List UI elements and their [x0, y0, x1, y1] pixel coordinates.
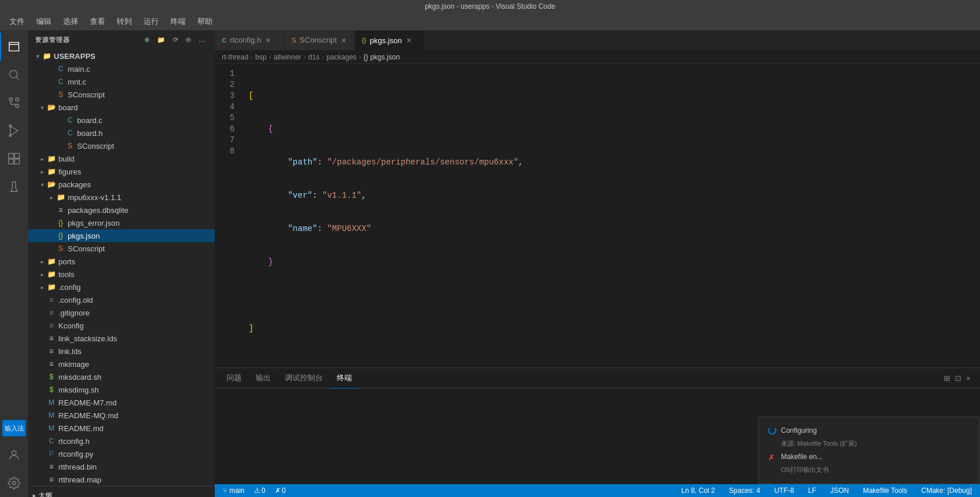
- status-spaces[interactable]: Spaces: 4: [726, 484, 763, 497]
- status-eol[interactable]: LF: [804, 484, 819, 497]
- status-language[interactable]: JSON: [826, 484, 852, 497]
- folder-mpu6xxx[interactable]: ▸ 📁 mpu6xxx-v1.1.1: [28, 191, 215, 204]
- ime-badge[interactable]: 输入法: [2, 420, 26, 436]
- file-readme-mq[interactable]: ▸ M README-MQ.md: [28, 409, 215, 422]
- explorer-activity-icon[interactable]: [0, 33, 28, 61]
- menu-item-选择[interactable]: 选择: [58, 15, 83, 28]
- md-icon: M: [47, 398, 56, 407]
- root-folder[interactable]: ▾ 📁 USERAPPS: [28, 50, 215, 62]
- status-encoding[interactable]: UTF-8: [770, 484, 797, 497]
- panel-tab-issues[interactable]: 问题: [219, 368, 249, 388]
- status-cmake[interactable]: CMake: [Debug]: [918, 484, 975, 497]
- folder-build[interactable]: ▸ 📁 build: [28, 152, 215, 165]
- file-pkgs-json[interactable]: ▸ {} pkgs.json: [28, 229, 215, 242]
- menu-item-转到[interactable]: 转到: [112, 15, 137, 28]
- bc-allwinner[interactable]: allwinner: [274, 53, 301, 61]
- svg-point-0: [10, 71, 18, 78]
- file-board-h[interactable]: ▸ C board.h: [28, 127, 215, 139]
- file-kconfig[interactable]: ▸ ≡ Kconfig: [28, 319, 215, 332]
- file-readme-m7[interactable]: ▸ M README-M7.md: [28, 396, 215, 409]
- file-link-stacksize[interactable]: ▸ ≡ link_stacksize.lds: [28, 332, 215, 345]
- code-line-5: "name": "MPU6XXX": [244, 223, 980, 235]
- file-sconscript-root[interactable]: ▸ S SConscript: [28, 88, 215, 101]
- tab-close-sconscript[interactable]: ×: [340, 34, 347, 46]
- debug-activity-icon[interactable]: [0, 117, 28, 145]
- outline-header[interactable]: ▸ 大纲: [28, 489, 215, 497]
- file-rtconfig-h[interactable]: ▸ C rtconfig.h: [28, 435, 215, 447]
- folder-figures[interactable]: ▸ 📁 figures: [28, 165, 215, 178]
- svg-rect-12: [15, 153, 19, 158]
- bc-rtthread[interactable]: rt-thread: [222, 53, 248, 61]
- bc-packages[interactable]: packages: [326, 53, 356, 61]
- file-packages-db[interactable]: ▸ ≡ packages.dbsqlite: [28, 204, 215, 216]
- tab-pkgs-json[interactable]: {} pkgs.json ×: [355, 30, 425, 50]
- refresh-icon[interactable]: ⟳: [170, 35, 181, 45]
- status-errors[interactable]: ✗ 0: [271, 484, 290, 497]
- test-activity-icon[interactable]: [0, 173, 28, 201]
- settings-activity-icon[interactable]: [0, 469, 28, 497]
- bc-bsp[interactable]: bsp: [255, 53, 266, 61]
- panel-tab-terminal[interactable]: 终端: [330, 368, 359, 388]
- scm-activity-icon[interactable]: [0, 89, 28, 117]
- bc-pkgs-json[interactable]: {} pkgs.json: [364, 53, 400, 61]
- file-tree: ▾ 📁 USERAPPS ▸ C main.c ▸ C mnt.c ▸ S SC…: [28, 50, 215, 497]
- file-main-c[interactable]: ▸ C main.c: [28, 62, 215, 75]
- panel-tab-output[interactable]: 输出: [249, 368, 278, 388]
- folder-board[interactable]: ▾ 📂 board: [28, 101, 215, 114]
- file-board-c[interactable]: ▸ C board.c: [28, 114, 215, 127]
- menu-item-编辑[interactable]: 编辑: [32, 15, 56, 28]
- code-content[interactable]: [ { "path": "/packages/peripherals/senso…: [244, 64, 980, 368]
- h-icon: C: [47, 436, 56, 446]
- status-warnings[interactable]: ⚠ 0: [250, 484, 269, 497]
- panel-split-icon[interactable]: ⊞: [944, 374, 950, 383]
- lds-icon: ≡: [47, 346, 56, 356]
- file-sconscript-board[interactable]: ▸ S SConscript: [28, 139, 215, 152]
- folder-tools[interactable]: ▸ 📁 tools: [28, 268, 215, 281]
- tab-close-pkgs-json[interactable]: ×: [405, 34, 412, 46]
- file-readme[interactable]: ▸ M README.md: [28, 422, 215, 435]
- bc-d1s[interactable]: d1s: [308, 53, 319, 61]
- file-mnt-c[interactable]: ▸ C mnt.c: [28, 75, 215, 88]
- extensions-activity-icon[interactable]: [0, 145, 28, 173]
- collapse-icon[interactable]: ⊖: [183, 35, 194, 45]
- file-rtthread-map[interactable]: ▸ ≡ rtthread.map: [28, 473, 215, 486]
- svg-rect-13: [9, 159, 13, 164]
- menu-bar: 文件编辑选择查看转到运行终端帮助: [0, 13, 980, 30]
- panel-tab-debug-console[interactable]: 调试控制台: [278, 368, 330, 388]
- file-mksdcard[interactable]: ▸ $ mksdcard.sh: [28, 370, 215, 383]
- tab-sconscript[interactable]: S SConscript ×: [285, 30, 355, 50]
- panel-maximize-icon[interactable]: ⊡: [955, 374, 961, 383]
- account-activity-icon[interactable]: [0, 441, 28, 469]
- file-gitignore[interactable]: ▸ ≡ .gitignore: [28, 306, 215, 319]
- panel-close-icon[interactable]: ×: [966, 374, 971, 383]
- menu-item-终端[interactable]: 终端: [166, 15, 190, 28]
- file-config-old[interactable]: ▸ ≡ .config.old: [28, 293, 215, 306]
- folder-config[interactable]: ▸ 📁 .config: [28, 281, 215, 293]
- status-branch[interactable]: ⑂ main: [219, 484, 248, 497]
- status-position[interactable]: Ln 8, Col 2: [678, 484, 719, 497]
- file-rtthread-bin[interactable]: ▸ ≡ rtthread.bin: [28, 460, 215, 473]
- menu-item-查看[interactable]: 查看: [85, 15, 110, 28]
- menu-item-文件[interactable]: 文件: [5, 15, 29, 28]
- menu-item-帮助[interactable]: 帮助: [193, 15, 217, 28]
- code-line-4: "ver": "v1.1.1",: [244, 190, 980, 201]
- new-folder-icon[interactable]: 📁: [155, 35, 168, 45]
- code-editor[interactable]: 1 2 3 4 5 6 7 8 [ { "path": "/packages/p…: [215, 64, 980, 368]
- new-file-icon[interactable]: ⊕: [142, 35, 152, 45]
- file-mkimage[interactable]: ▸ ≡ mkimage: [28, 358, 215, 370]
- folder-open-icon: 📂: [47, 180, 56, 189]
- folder-packages[interactable]: ▾ 📂 packages: [28, 178, 215, 191]
- db-file-icon: ≡: [56, 205, 65, 215]
- tab-rtconfig[interactable]: C rtconfig.h ×: [215, 30, 285, 50]
- file-mksdimg[interactable]: ▸ $ mksdimg.sh: [28, 383, 215, 396]
- file-pkgs-error[interactable]: ▸ {} pkgs_error.json: [28, 216, 215, 229]
- menu-item-运行[interactable]: 运行: [139, 15, 163, 28]
- file-link-lds[interactable]: ▸ ≡ link.lds: [28, 345, 215, 358]
- tab-close-rtconfig[interactable]: ×: [264, 34, 271, 46]
- file-rtconfig-py[interactable]: ▸ P rtconfig.py: [28, 447, 215, 460]
- file-sconscript-packages[interactable]: ▸ S SConscript: [28, 242, 215, 255]
- search-activity-icon[interactable]: [0, 61, 28, 89]
- folder-ports[interactable]: ▸ 📁 ports: [28, 255, 215, 268]
- status-makefile-tools[interactable]: Makefile Tools: [859, 484, 911, 497]
- more-actions-icon[interactable]: …: [196, 35, 208, 45]
